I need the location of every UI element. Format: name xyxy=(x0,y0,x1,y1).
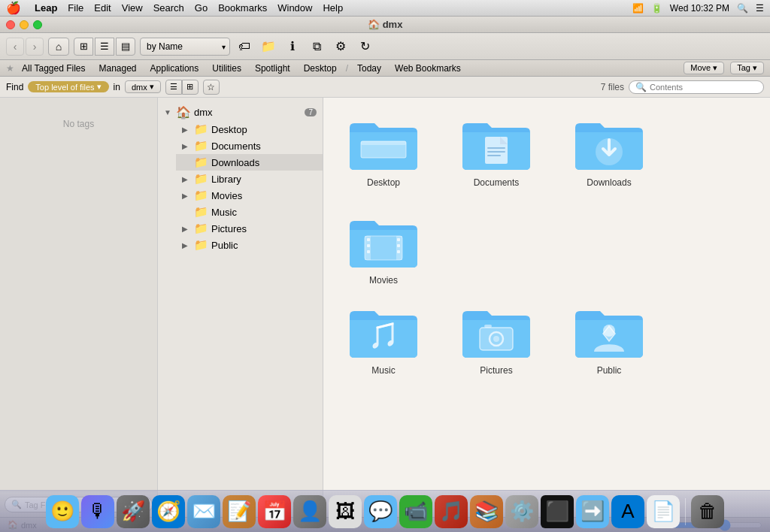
star-tab[interactable]: ★ xyxy=(6,63,14,74)
tab-applications[interactable]: Applications xyxy=(144,62,205,75)
tab-managed[interactable]: Managed xyxy=(93,62,143,75)
folder-public[interactable]: Public xyxy=(564,301,654,376)
menu-edit[interactable]: Edit xyxy=(94,2,111,14)
tree-public-label: Public xyxy=(211,240,238,251)
menu-go[interactable]: Go xyxy=(195,2,208,14)
sync-icon[interactable]: ↻ xyxy=(355,38,374,56)
tree-root-toggle[interactable]: ▼ xyxy=(164,108,173,116)
svg-rect-2 xyxy=(485,137,508,164)
back-button[interactable]: ‹ xyxy=(6,38,24,56)
folder-icon[interactable]: 📁 xyxy=(259,38,278,56)
dock-ibooks[interactable]: 📚 xyxy=(470,495,503,528)
tab-spotlight[interactable]: Spotlight xyxy=(249,62,296,75)
preview-icon[interactable]: ⧉ xyxy=(307,38,326,56)
menubar-notif-icon[interactable]: ☰ xyxy=(756,3,764,14)
dock-messages[interactable]: 💬 xyxy=(364,495,397,528)
apple-menu-icon[interactable]: 🍎 xyxy=(6,1,21,15)
menu-bookmarks[interactable]: Bookmarks xyxy=(218,2,267,14)
tree-public-toggle[interactable]: ▶ xyxy=(182,241,191,249)
dock-mail[interactable]: ✉️ xyxy=(187,495,220,528)
dock-itunes[interactable]: 🎵 xyxy=(435,495,468,528)
folder-desktop[interactable]: Desktop xyxy=(338,113,429,188)
tree-documents-toggle[interactable]: ▶ xyxy=(182,142,191,150)
folder-movies[interactable]: Movies xyxy=(338,210,429,286)
sort-select-input[interactable]: by Name by Date by Size by Kind xyxy=(140,38,230,56)
tree-item-public[interactable]: ▶ 📁 Public xyxy=(176,237,323,253)
sort-selector[interactable]: by Name by Date by Size by Kind xyxy=(140,38,230,56)
dock-finder[interactable]: 🙂 xyxy=(46,495,79,528)
tag-button[interactable]: Tag ▾ xyxy=(730,62,764,74)
forward-button[interactable]: › xyxy=(26,38,44,56)
tree-pictures-label: Pictures xyxy=(211,223,247,234)
maximize-button[interactable] xyxy=(33,20,42,29)
search-box[interactable]: 🔍 xyxy=(629,80,764,94)
tab-webbookmarks[interactable]: Web Bookmarks xyxy=(389,62,467,75)
dock-trash[interactable]: 🗑 xyxy=(691,495,724,528)
tree-item-desktop[interactable]: ▶ 📁 Desktop xyxy=(176,121,323,138)
dock-siri[interactable]: 🎙 xyxy=(81,495,114,528)
menu-search[interactable]: Search xyxy=(153,2,184,14)
tree-item-movies[interactable]: ▶ 📁 Movies xyxy=(176,187,323,204)
find-star-button[interactable]: ☆ xyxy=(203,80,220,95)
menu-leap[interactable]: Leap xyxy=(35,2,57,14)
close-button[interactable] xyxy=(6,20,15,29)
folder-documents[interactable]: Documents xyxy=(451,113,541,188)
folder-movies-label: Movies xyxy=(369,275,398,286)
tab-today[interactable]: Today xyxy=(351,62,387,75)
action-icon[interactable]: ⚙ xyxy=(331,38,350,56)
tag-icon[interactable]: 🏷 xyxy=(235,38,254,56)
tree-item-documents[interactable]: ▶ 📁 Documents xyxy=(176,138,323,154)
folder-music[interactable]: Music xyxy=(338,301,429,376)
tree-library-toggle[interactable]: ▶ xyxy=(182,175,191,183)
find-scope-button[interactable]: Top level of files ▾ xyxy=(28,81,108,92)
tree-desktop-toggle[interactable]: ▶ xyxy=(182,125,191,134)
find-list-btn[interactable]: ☰ xyxy=(165,80,182,95)
icon-view-button[interactable]: ⊞ xyxy=(74,38,93,56)
dock-terminal[interactable]: ⬛ xyxy=(541,495,574,528)
menu-view[interactable]: View xyxy=(122,2,143,14)
dock-safari[interactable]: 🧭 xyxy=(152,495,185,528)
dock-sysprefs[interactable]: ⚙️ xyxy=(505,495,538,528)
move-button[interactable]: Move ▾ xyxy=(684,62,724,74)
menu-help[interactable]: Help xyxy=(323,2,343,14)
dock-contacts[interactable]: 👤 xyxy=(293,495,326,528)
folder-pictures[interactable]: Pictures xyxy=(451,301,541,376)
dock-notes[interactable]: 📝 xyxy=(223,495,256,528)
tree-root[interactable]: ▼ 🏠 dmx 7 xyxy=(158,104,323,121)
folder-public-icon xyxy=(571,301,647,361)
tree-pictures-toggle[interactable]: ▶ xyxy=(182,225,191,233)
tab-all-tagged[interactable]: All Tagged Files xyxy=(16,62,92,75)
dock-facetime[interactable]: 📹 xyxy=(399,495,432,528)
tree-item-pictures[interactable]: ▶ 📁 Pictures xyxy=(176,220,323,237)
folder-downloads-label: Downloads xyxy=(587,177,631,188)
dock-photos[interactable]: 🖼 xyxy=(329,495,362,528)
menu-window[interactable]: Window xyxy=(277,2,312,14)
dock-migration[interactable]: ➡️ xyxy=(576,495,609,528)
tree-item-music[interactable]: ▶ 📁 Music xyxy=(176,204,323,220)
menu-file[interactable]: File xyxy=(68,2,83,14)
menubar: 🍎 Leap File Edit View Search Go Bookmark… xyxy=(0,0,770,17)
info-icon[interactable]: ℹ xyxy=(283,38,302,56)
menubar-search-icon[interactable]: 🔍 xyxy=(737,3,748,14)
minimize-button[interactable] xyxy=(20,20,29,29)
tree-item-library[interactable]: ▶ 📁 Library xyxy=(176,171,323,187)
folder-downloads[interactable]: Downloads xyxy=(564,113,654,188)
tab-utilities[interactable]: Utilities xyxy=(206,62,247,75)
dock-appstore[interactable]: A xyxy=(611,495,644,528)
tab-right-buttons: Move ▾ Tag ▾ xyxy=(684,62,764,74)
tree-item-downloads[interactable]: ▶ 📁 Downloads xyxy=(176,154,323,171)
dock-preview[interactable]: 📄 xyxy=(647,495,680,528)
home-button[interactable]: ⌂ xyxy=(48,38,69,56)
tree-documents-label: Documents xyxy=(211,141,261,152)
list-view-button[interactable]: ☰ xyxy=(95,38,114,56)
dock-calendar[interactable]: 📅 xyxy=(258,495,291,528)
find-in-button[interactable]: dmx ▾ xyxy=(125,80,161,93)
dock-separator xyxy=(685,498,686,525)
tab-desktop[interactable]: Desktop xyxy=(298,62,343,75)
column-view-button[interactable]: ▤ xyxy=(116,38,135,56)
tree-movies-toggle[interactable]: ▶ xyxy=(182,192,191,200)
search-input[interactable] xyxy=(650,83,755,92)
dock-launchpad[interactable]: 🚀 xyxy=(117,495,150,528)
svg-rect-4 xyxy=(487,151,505,153)
find-icon-btn[interactable]: ⊞ xyxy=(182,80,199,95)
